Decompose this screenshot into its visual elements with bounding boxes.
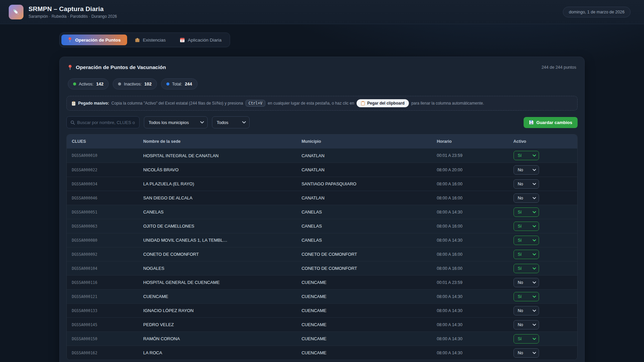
clues-cell: DGSSA000092 [67,252,138,257]
sede-cell: HOSPITAL INTEGRAL DE CANATLAN [138,153,297,158]
municipio-cell: CANATLAN [297,167,432,172]
tab-bar: Operación de Puntos Existencias 17 Aplic… [59,33,230,47]
column-header-horario: Horario [432,139,508,144]
activo-select[interactable]: SíNo [514,292,539,301]
stat-label: Activos: [79,82,94,86]
tab-label: Aplicación Diaria [188,38,222,43]
horario-cell: 08:00 A 20:00 [432,168,508,172]
points-table: CLUES Nombre de la sede Municipio Horari… [66,134,578,360]
activo-select[interactable]: SíNo [514,334,539,344]
municipio-filter-select[interactable]: Todos los municipios [144,116,208,128]
table-row: DGSSA000121 CUENCAME CUENCAME 08:00 A 14… [67,289,577,303]
sede-cell: NICOLÁS BRAVO [138,167,297,172]
table-row: DGSSA000092 CONETO DE COMONFORT CONETO D… [67,247,577,261]
activo-select-wrap: SíNo [514,250,539,259]
activo-select[interactable]: SíNo [514,193,539,203]
table-row: DGSSA000051 CANELAS CANELAS 08:00 A 14:3… [67,205,577,219]
green-dot-icon [73,82,76,85]
horario-cell: 08:00 A 16:00 [432,196,508,200]
stat-value: 102 [144,81,152,86]
floppy-icon [529,120,534,125]
municipio-cell: CONETO DE COMONFORT [297,252,432,257]
clues-cell: DGSSA000080 [67,238,138,243]
horario-cell: 08:00 A 14:30 [432,308,508,313]
clues-cell: DGSSA000046 [67,196,138,200]
controls-row: Todos los municipios Todos [66,116,578,128]
tab-label: Existencias [143,38,166,43]
sede-cell: HOSPITAL GENERAL DE CUENCAME [138,280,297,285]
tab-existencias[interactable]: Existencias [128,35,172,45]
table-header: CLUES Nombre de la sede Municipio Horari… [67,134,577,148]
table-row: DGSSA000116 HOSPITAL GENERAL DE CUENCAME… [67,275,577,289]
status-filter-select[interactable]: Todos [212,116,250,128]
sede-cell: OJITO DE CAMELLONES [138,224,297,229]
save-button[interactable]: Guardar cambios [524,117,578,128]
calendar-icon: 17 [180,38,185,43]
app-logo [9,5,23,19]
table-row: DGSSA000145 PEDRO VELEZ CUENCAME 08:00 A… [67,317,577,331]
activo-select[interactable]: SíNo [514,165,539,175]
activo-select-wrap: SíNo [514,151,539,160]
column-header-activo: Activo [508,139,577,144]
activo-select[interactable]: SíNo [514,151,539,160]
paste-text-3: para llenar la columna automáticamente. [411,101,484,106]
ctrl-v-kbd: Ctrl+V [246,100,266,107]
status-filter-wrap: Todos [212,116,250,128]
activo-select-wrap: SíNo [514,222,539,231]
activo-select[interactable]: SíNo [514,222,539,231]
stat-total: Total: 244 [161,78,198,89]
clues-cell: DGSSA000121 [67,294,138,299]
horario-cell: 00:01 A 23:59 [432,280,508,285]
paste-text-2: en cualquier lugar de esta pestaña, o ha… [268,101,354,106]
horario-cell: 08:00 A 16:00 [432,252,508,257]
table-body: DGSSA000010 HOSPITAL INTEGRAL DE CANATLA… [67,148,577,360]
sede-cell: RAMÓN CORONA [138,336,297,341]
activo-select[interactable]: SíNo [514,179,539,189]
sede-cell: NOGALES [138,266,297,271]
activo-select[interactable]: SíNo [514,207,539,217]
activo-select[interactable]: SíNo [514,320,539,329]
table-row: DGSSA000104 NOGALES CONETO DE COMONFORT … [67,261,577,275]
sede-cell: UNIDAD MOVIL CANELAS 1, LA TEMBL… [138,238,297,243]
activo-select-wrap: SíNo [514,165,539,175]
stat-label: Inactivos: [124,82,142,86]
municipio-cell: CANELAS [297,209,432,215]
municipio-cell: CUENCAME [297,280,432,285]
blue-dot-icon [166,82,169,85]
horario-cell: 08:00 A 16:00 [432,266,508,271]
search-box [66,116,140,128]
activo-select[interactable]: SíNo [514,306,539,315]
search-input[interactable] [75,117,139,128]
tab-operacion-de-puntos[interactable]: Operación de Puntos [61,35,127,45]
sede-cell: LA PLAZUELA (EL RAYO) [138,181,297,186]
municipio-cell: CUENCAME [297,308,432,313]
clues-cell: DGSSA000162 [67,351,138,355]
municipio-cell: CANELAS [297,224,432,229]
page-subtitle: Sarampión · Rubeóla · Parotiditis · Dura… [29,14,117,19]
column-header-clues: CLUES [67,139,138,144]
activo-select-wrap: SíNo [514,292,539,301]
stat-value: 142 [96,81,104,86]
activo-select[interactable]: SíNo [514,278,539,287]
tab-label: Operación de Puntos [75,38,121,43]
table-row: DGSSA000022 NICOLÁS BRAVO CANATLAN 08:00… [67,163,577,177]
paste-clipboard-button[interactable]: Pegar del clipboard [357,99,409,107]
activo-select[interactable]: SíNo [514,250,539,259]
municipio-cell: CUENCAME [297,322,432,327]
municipio-cell: CUENCAME [297,336,432,341]
tab-aplicacion-diaria[interactable]: 17 Aplicación Diaria [173,35,228,45]
paste-info-bar: Pegado masivo: Copia la columna "Activo"… [66,96,578,111]
horario-cell: 08:00 A 16:00 [432,224,508,229]
sede-cell: LA ROCA [138,350,297,355]
table-row: DGSSA000010 HOSPITAL INTEGRAL DE CANATLA… [67,148,577,163]
activo-select[interactable]: SíNo [514,236,539,245]
activo-select-wrap: SíNo [514,193,539,203]
activo-select[interactable]: SíNo [514,348,539,358]
activo-select-wrap: SíNo [514,264,539,273]
horario-cell: 00:01 A 23:59 [432,153,508,158]
table-row: DGSSA000080 UNIDAD MOVIL CANELAS 1, LA T… [67,233,577,247]
activo-select[interactable]: SíNo [514,264,539,273]
clues-cell: DGSSA000104 [67,266,138,271]
points-count: 244 de 244 puntos [541,65,576,70]
horario-cell: 08:00 A 14:30 [432,322,508,327]
